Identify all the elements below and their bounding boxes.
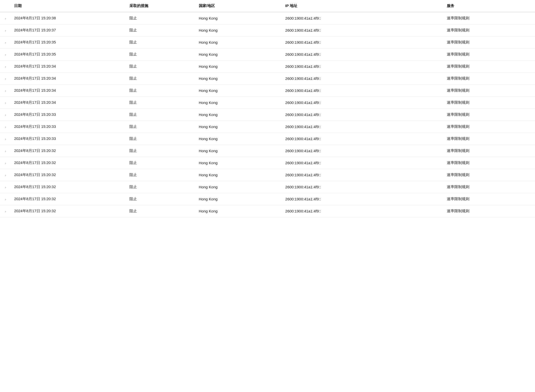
table-row[interactable]: ›2024年8月17日 15:20:34阻止Hong Kong2600:1900… bbox=[0, 61, 535, 73]
row-expand-cell[interactable]: › bbox=[0, 12, 10, 24]
table-row[interactable]: ›2024年8月17日 15:20:37阻止Hong Kong2600:1900… bbox=[0, 24, 535, 36]
chevron-right-icon[interactable]: › bbox=[5, 137, 6, 141]
row-country: Hong Kong bbox=[195, 12, 281, 24]
row-ip: 2600:1900:41a1:4f9:: bbox=[281, 61, 443, 73]
row-date: 2024年8月17日 15:20:37 bbox=[10, 24, 125, 36]
row-country: Hong Kong bbox=[195, 145, 281, 157]
row-action: 阻止 bbox=[125, 48, 194, 61]
row-country: Hong Kong bbox=[195, 109, 281, 121]
row-country: Hong Kong bbox=[195, 181, 281, 193]
table-row[interactable]: ›2024年8月17日 15:20:33阻止Hong Kong2600:1900… bbox=[0, 133, 535, 145]
row-action: 阻止 bbox=[125, 24, 194, 36]
row-expand-cell[interactable]: › bbox=[0, 97, 10, 109]
table-row[interactable]: ›2024年8月17日 15:20:34阻止Hong Kong2600:1900… bbox=[0, 97, 535, 109]
chevron-right-icon[interactable]: › bbox=[5, 113, 6, 117]
row-service: 速率限制规则 bbox=[443, 24, 535, 36]
chevron-right-icon[interactable]: › bbox=[5, 125, 6, 129]
row-date: 2024年8月17日 15:20:32 bbox=[10, 181, 125, 193]
row-ip: 2600:1900:41a1:4f9:: bbox=[281, 24, 443, 36]
row-expand-cell[interactable]: › bbox=[0, 48, 10, 61]
row-expand-cell[interactable]: › bbox=[0, 157, 10, 169]
table-row[interactable]: ›2024年8月17日 15:20:32阻止Hong Kong2600:1900… bbox=[0, 205, 535, 217]
row-expand-cell[interactable]: › bbox=[0, 24, 10, 36]
row-action: 阻止 bbox=[125, 145, 194, 157]
row-expand-cell[interactable]: › bbox=[0, 36, 10, 48]
table-row[interactable]: ›2024年8月17日 15:20:32阻止Hong Kong2600:1900… bbox=[0, 157, 535, 169]
row-ip: 2600:1900:41a1:4f9:: bbox=[281, 181, 443, 193]
row-expand-cell[interactable]: › bbox=[0, 133, 10, 145]
chevron-right-icon[interactable]: › bbox=[5, 89, 6, 93]
row-date: 2024年8月17日 15:20:32 bbox=[10, 205, 125, 217]
chevron-right-icon[interactable]: › bbox=[5, 53, 6, 57]
row-expand-cell[interactable]: › bbox=[0, 193, 10, 205]
row-service: 速率限制规则 bbox=[443, 193, 535, 205]
row-country: Hong Kong bbox=[195, 48, 281, 61]
row-expand-cell[interactable]: › bbox=[0, 109, 10, 121]
row-action: 阻止 bbox=[125, 109, 194, 121]
row-expand-cell[interactable]: › bbox=[0, 145, 10, 157]
chevron-right-icon[interactable]: › bbox=[5, 41, 6, 44]
row-country: Hong Kong bbox=[195, 24, 281, 36]
row-expand-cell[interactable]: › bbox=[0, 169, 10, 181]
row-action: 阻止 bbox=[125, 133, 194, 145]
table-row[interactable]: ›2024年8月17日 15:20:34阻止Hong Kong2600:1900… bbox=[0, 73, 535, 85]
table-row[interactable]: ›2024年8月17日 15:20:34阻止Hong Kong2600:1900… bbox=[0, 85, 535, 97]
row-ip: 2600:1900:41a1:4f9:: bbox=[281, 12, 443, 24]
row-ip: 2600:1900:41a1:4f9:: bbox=[281, 36, 443, 48]
row-date: 2024年8月17日 15:20:34 bbox=[10, 97, 125, 109]
table-row[interactable]: ›2024年8月17日 15:20:35阻止Hong Kong2600:1900… bbox=[0, 48, 535, 61]
row-ip: 2600:1900:41a1:4f9:: bbox=[281, 73, 443, 85]
row-expand-cell[interactable]: › bbox=[0, 73, 10, 85]
chevron-right-icon[interactable]: › bbox=[5, 29, 6, 32]
row-expand-cell[interactable]: › bbox=[0, 85, 10, 97]
chevron-right-icon[interactable]: › bbox=[5, 209, 6, 213]
row-date: 2024年8月17日 15:20:33 bbox=[10, 133, 125, 145]
table-row[interactable]: ›2024年8月17日 15:20:32阻止Hong Kong2600:1900… bbox=[0, 181, 535, 193]
table-row[interactable]: ›2024年8月17日 15:20:35阻止Hong Kong2600:1900… bbox=[0, 36, 535, 48]
table-row[interactable]: ›2024年8月17日 15:20:32阻止Hong Kong2600:1900… bbox=[0, 193, 535, 205]
row-expand-cell[interactable]: › bbox=[0, 121, 10, 133]
row-ip: 2600:1900:41a1:4f9:: bbox=[281, 85, 443, 97]
row-date: 2024年8月17日 15:20:35 bbox=[10, 36, 125, 48]
row-action: 阻止 bbox=[125, 12, 194, 24]
chevron-right-icon[interactable]: › bbox=[5, 173, 6, 177]
chevron-right-icon[interactable]: › bbox=[5, 17, 6, 20]
row-expand-cell[interactable]: › bbox=[0, 181, 10, 193]
row-country: Hong Kong bbox=[195, 73, 281, 85]
table-row[interactable]: ›2024年8月17日 15:20:33阻止Hong Kong2600:1900… bbox=[0, 121, 535, 133]
row-date: 2024年8月17日 15:20:35 bbox=[10, 48, 125, 61]
chevron-right-icon[interactable]: › bbox=[5, 65, 6, 69]
row-date: 2024年8月17日 15:20:32 bbox=[10, 145, 125, 157]
row-service: 速率限制规则 bbox=[443, 85, 535, 97]
chevron-right-icon[interactable]: › bbox=[5, 161, 6, 165]
table-row[interactable]: ›2024年8月17日 15:20:38阻止Hong Kong2600:1900… bbox=[0, 12, 535, 24]
row-service: 速率限制规则 bbox=[443, 121, 535, 133]
chevron-right-icon[interactable]: › bbox=[5, 185, 6, 189]
row-action: 阻止 bbox=[125, 157, 194, 169]
row-action: 阻止 bbox=[125, 205, 194, 217]
chevron-right-icon[interactable]: › bbox=[5, 77, 6, 81]
row-expand-cell[interactable]: › bbox=[0, 61, 10, 73]
row-service: 速率限制规则 bbox=[443, 61, 535, 73]
row-service: 速率限制规则 bbox=[443, 109, 535, 121]
table-row[interactable]: ›2024年8月17日 15:20:32阻止Hong Kong2600:1900… bbox=[0, 145, 535, 157]
row-date: 2024年8月17日 15:20:32 bbox=[10, 193, 125, 205]
col-header-date: 日期 bbox=[10, 0, 125, 12]
table-row[interactable]: ›2024年8月17日 15:20:33阻止Hong Kong2600:1900… bbox=[0, 109, 535, 121]
row-service: 速率限制规则 bbox=[443, 169, 535, 181]
row-action: 阻止 bbox=[125, 121, 194, 133]
col-header-country: 国家/地区 bbox=[195, 0, 281, 12]
row-expand-cell[interactable]: › bbox=[0, 205, 10, 217]
chevron-right-icon[interactable]: › bbox=[5, 101, 6, 105]
row-service: 速率限制规则 bbox=[443, 145, 535, 157]
chevron-right-icon[interactable]: › bbox=[5, 149, 6, 153]
row-service: 速率限制规则 bbox=[443, 157, 535, 169]
row-ip: 2600:1900:41a1:4f9:: bbox=[281, 109, 443, 121]
row-service: 速率限制规则 bbox=[443, 181, 535, 193]
table-row[interactable]: ›2024年8月17日 15:20:32阻止Hong Kong2600:1900… bbox=[0, 169, 535, 181]
row-country: Hong Kong bbox=[195, 36, 281, 48]
row-action: 阻止 bbox=[125, 36, 194, 48]
row-date: 2024年8月17日 15:20:32 bbox=[10, 157, 125, 169]
row-country: Hong Kong bbox=[195, 169, 281, 181]
chevron-right-icon[interactable]: › bbox=[5, 197, 6, 201]
